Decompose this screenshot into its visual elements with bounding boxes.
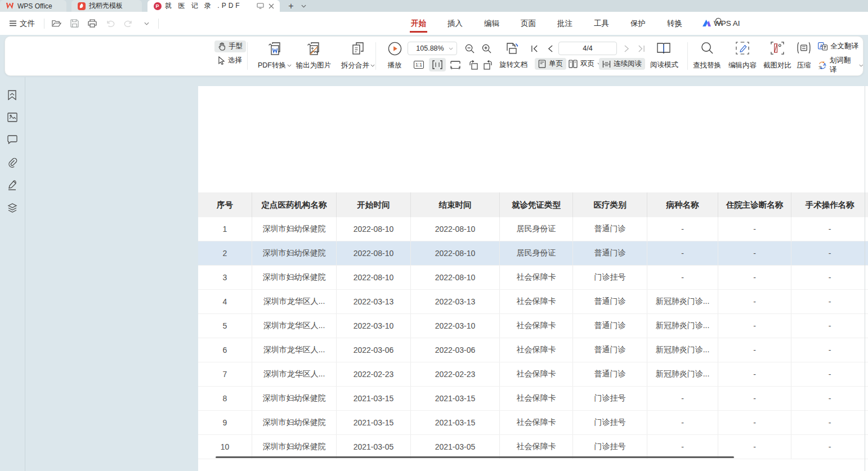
table-cell: - xyxy=(791,266,868,289)
table-cell: 2022-03-13 xyxy=(411,290,500,313)
menu-convert[interactable]: 转换 xyxy=(666,14,683,34)
previous-page-button[interactable] xyxy=(544,42,556,55)
menu-protect[interactable]: 保护 xyxy=(629,14,647,34)
column-header: 手术操作名称 xyxy=(791,192,868,217)
table-cell: 2021-03-15 xyxy=(337,411,411,434)
fit-width-button[interactable] xyxy=(429,58,446,71)
table-row[interactable]: 5深圳市龙华区人...2022-03-102022-03-10社会保障卡普通门诊… xyxy=(198,314,868,338)
table-row[interactable]: 6深圳市龙华区人...2022-03-062022-03-06社会保障卡普通门诊… xyxy=(198,338,868,362)
select-tool-button[interactable]: 选择 xyxy=(214,55,246,66)
table-cell: 7 xyxy=(198,362,252,386)
undo-icon[interactable] xyxy=(104,17,117,30)
save-icon[interactable] xyxy=(68,17,80,30)
continuous-read-button[interactable]: 连续阅读 xyxy=(599,58,645,70)
table-cell: 2022-08-10 xyxy=(337,266,411,289)
divider xyxy=(158,19,159,29)
table-cell: - xyxy=(647,411,718,434)
column-header: 就诊凭证类型 xyxy=(500,192,573,217)
comment-panel-icon[interactable] xyxy=(7,135,18,146)
last-page-button[interactable] xyxy=(635,42,647,55)
fulltext-translate-button[interactable]: A 全文翻译 xyxy=(818,42,863,51)
table-cell: 2021-03-15 xyxy=(337,387,411,410)
tab-close-icon[interactable] xyxy=(269,3,274,9)
rotate-left-button[interactable] xyxy=(466,59,480,71)
undo-redo-chevron-icon[interactable] xyxy=(140,17,153,30)
table-row[interactable]: 9深圳市妇幼保健院2021-03-152021-03-15社会保障卡门诊挂号--… xyxy=(198,411,868,435)
table-cell: 深圳市妇幼保健院 xyxy=(252,411,337,434)
svg-text:A: A xyxy=(823,62,826,67)
chevron-down-icon xyxy=(370,64,375,67)
table-cell: 2021-03-05 xyxy=(337,435,411,459)
table-cell: - xyxy=(791,435,868,459)
open-file-icon[interactable] xyxy=(50,17,62,30)
table-horizontal-scrollbar[interactable] xyxy=(216,456,734,458)
tab-document-pdf[interactable]: P 就 医 记 录 .PDF xyxy=(147,0,280,12)
signature-panel-icon[interactable] xyxy=(7,180,18,191)
fit-page-button[interactable] xyxy=(448,59,463,71)
first-page-button[interactable] xyxy=(528,42,540,55)
word-translate-button[interactable]: A 文 划词翻译 xyxy=(818,56,863,75)
screenshot-compare-label: 截图对比 xyxy=(763,61,791,70)
attachment-panel-icon[interactable] xyxy=(7,158,18,168)
table-cell: 2022-08-10 xyxy=(411,266,500,289)
hand-tool-button[interactable]: 手型 xyxy=(214,41,246,52)
rotate-doc-label[interactable]: 旋转文档 xyxy=(499,60,527,70)
tab-list-chevron-icon[interactable] xyxy=(298,0,308,12)
thumbnail-panel-icon[interactable] xyxy=(7,113,18,123)
read-mode-book-icon[interactable] xyxy=(654,41,674,56)
split-merge-label: 拆分合并 xyxy=(341,61,369,70)
tab-docer-templates[interactable]: 找稻壳模板 xyxy=(71,0,142,12)
table-cell: - xyxy=(791,387,868,410)
menu-comment[interactable]: 批注 xyxy=(556,14,574,34)
zoom-out-button[interactable] xyxy=(462,42,477,55)
page-number-input[interactable]: 4/4 xyxy=(558,42,617,55)
menu-tools[interactable]: 工具 xyxy=(593,14,610,34)
hamburger-icon xyxy=(9,20,17,26)
menu-home[interactable]: 开始 xyxy=(410,14,427,34)
edit-content-button[interactable]: 编辑内容 xyxy=(725,40,760,73)
zoom-level-combobox[interactable]: 105.88% xyxy=(408,42,457,55)
table-cell: 深圳市龙华区人... xyxy=(252,290,337,313)
tab-wps-office[interactable]: WPS Office xyxy=(0,0,66,12)
compress-button[interactable]: 压缩 xyxy=(791,40,817,73)
table-row[interactable]: 3深圳市妇幼保健院2022-08-102022-08-10社会保障卡门诊挂号--… xyxy=(198,266,868,290)
table-row[interactable]: 1深圳市妇幼保健院2022-08-102022-08-10居民身份证普通门诊--… xyxy=(198,217,868,241)
menu-page[interactable]: 页面 xyxy=(520,14,537,34)
table-row[interactable]: 7深圳市龙华区人...2022-02-232022-02-23社会保障卡普通门诊… xyxy=(198,362,868,387)
table-cell: 8 xyxy=(198,387,252,410)
print-icon[interactable] xyxy=(86,17,99,30)
export-image-label: 输出为图片 xyxy=(296,61,332,70)
rotate-right-button[interactable] xyxy=(481,59,496,71)
divider xyxy=(687,42,688,70)
find-replace-button[interactable]: 查找替换 xyxy=(690,40,724,73)
fit-rotate-pages-button[interactable] xyxy=(503,41,521,56)
file-menu-button[interactable]: 文件 xyxy=(6,16,38,31)
table-cell: 2022-03-06 xyxy=(337,338,411,362)
new-tab-button[interactable]: + xyxy=(285,0,297,12)
table-row[interactable]: 8深圳市妇幼保健院2021-03-152021-03-15社会保障卡门诊挂号--… xyxy=(198,387,868,411)
table-row[interactable]: 2深圳市妇幼保健院2022-08-102022-08-10居民身份证普通门诊--… xyxy=(198,241,868,266)
table-row[interactable]: 10深圳市妇幼保健院2021-03-052021-03-05社会保障卡门诊挂号-… xyxy=(198,435,868,459)
play-button[interactable]: 播放 xyxy=(378,40,411,73)
table-cell: 社会保障卡 xyxy=(500,266,573,289)
table-cell: - xyxy=(791,241,868,265)
read-mode-label[interactable]: 阅读模式 xyxy=(650,60,678,70)
menu-insert[interactable]: 插入 xyxy=(446,14,464,34)
table-row[interactable]: 4深圳市龙华区人...2022-03-132022-03-13社会保障卡普通门诊… xyxy=(198,290,868,314)
screenshot-compare-button[interactable]: 截图对比 xyxy=(760,40,795,73)
next-page-button[interactable] xyxy=(620,42,633,55)
table-cell: 2022-08-10 xyxy=(337,217,411,241)
single-page-button[interactable]: 单页 xyxy=(535,58,566,70)
table-cell: 新冠肺炎门诊... xyxy=(647,362,718,386)
bookmark-panel-icon[interactable] xyxy=(7,90,18,101)
menu-edit[interactable]: 编辑 xyxy=(483,14,500,34)
menu-search-icon[interactable] xyxy=(715,17,723,26)
tab-monitor-icon[interactable] xyxy=(257,3,264,9)
redo-icon[interactable] xyxy=(122,17,135,30)
table-cell: 社会保障卡 xyxy=(500,314,573,338)
actual-size-button[interactable]: 1:1 xyxy=(411,59,426,71)
export-image-button[interactable]: 输出为图片 xyxy=(291,40,336,73)
layers-panel-icon[interactable] xyxy=(7,203,18,213)
zoom-in-button[interactable] xyxy=(479,42,494,55)
page-indicator-value: 4/4 xyxy=(583,44,592,52)
